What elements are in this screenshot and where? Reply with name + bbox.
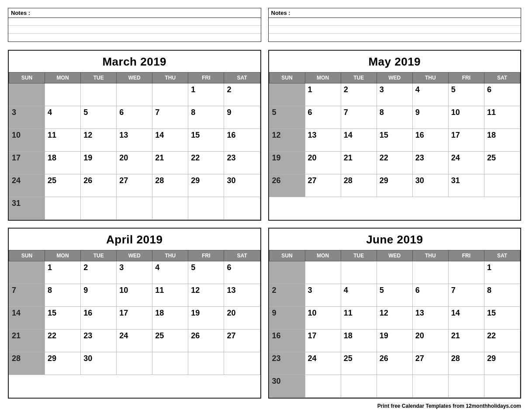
day-cell: 6 (117, 106, 152, 129)
day-cell (152, 197, 188, 220)
day-header-fri: FRI (448, 250, 484, 261)
week-row-1: 3456789 (9, 106, 260, 129)
day-cell: 9 (412, 106, 448, 129)
day-cell (448, 375, 484, 398)
day-cell: 7 (448, 284, 484, 307)
day-cell: 26 (269, 174, 305, 197)
day-cell: 14 (152, 129, 188, 152)
week-row-3: 17181920212223 (9, 152, 260, 174)
day-cell: 16 (224, 129, 260, 152)
day-cell: 3 (305, 284, 341, 307)
day-cell: 30 (412, 174, 448, 197)
day-cell: 23 (81, 330, 117, 352)
day-cell: 8 (484, 284, 520, 307)
day-cell: 31 (448, 174, 484, 197)
day-header-wed: WED (377, 250, 412, 261)
day-cell: 15 (484, 307, 520, 330)
day-header-mon: MON (45, 73, 81, 83)
day-header-tue: TUE (81, 250, 117, 261)
day-header-mon: MON (45, 250, 81, 261)
day-cell (412, 261, 448, 284)
day-cell: 21 (9, 330, 45, 352)
day-header-thu: THU (412, 250, 448, 261)
footer: Print free Calendar Templates from 12mon… (8, 403, 521, 409)
day-cell: 20 (224, 307, 260, 330)
day-cell (45, 197, 81, 220)
day-cell: 29 (188, 174, 224, 197)
day-cell: 25 (45, 174, 81, 197)
day-header-sat: SAT (484, 73, 520, 83)
day-cell (305, 261, 341, 284)
day-cell: 17 (448, 129, 484, 152)
day-cell: 18 (341, 330, 377, 352)
notes-line-3 (8, 34, 261, 42)
notes-box-right: Notes : (268, 8, 522, 42)
day-cell (341, 261, 377, 284)
day-cell: 2 (224, 83, 260, 106)
day-header-wed: WED (117, 73, 152, 83)
calendar-table-june-2019: SUNMONTUEWEDTHUFRISAT1234567891011121314… (269, 250, 521, 398)
day-cell: 16 (412, 129, 448, 152)
day-cell: 11 (152, 284, 188, 307)
day-cell: 3 (117, 261, 152, 284)
day-cell: 14 (9, 307, 45, 330)
day-cell: 2 (269, 284, 305, 307)
notes-line-6 (269, 34, 521, 42)
week-row-5: 31 (9, 197, 260, 220)
day-cell: 2 (341, 83, 377, 106)
day-cell: 19 (377, 330, 412, 352)
week-row-0: 12 (9, 83, 260, 106)
week-row-3: 16171819202122 (269, 330, 520, 352)
day-cell: 29 (377, 174, 412, 197)
day-cell: 22 (377, 152, 412, 174)
day-header-tue: TUE (81, 73, 117, 83)
day-cell: 13 (412, 307, 448, 330)
week-row-1: 78910111213 (9, 284, 260, 307)
week-row-4: 282930 (9, 352, 260, 375)
top-notes-section: Notes : Notes : (8, 8, 521, 42)
day-cell (224, 197, 260, 220)
day-cell: 12 (269, 129, 305, 152)
calendar-march-2019: March 2019SUNMONTUEWEDTHUFRISAT123456789… (8, 50, 261, 221)
day-cell: 26 (377, 352, 412, 375)
calendar-table-may-2019: SUNMONTUEWEDTHUFRISAT1234565678910111213… (269, 72, 521, 197)
day-cell (269, 261, 305, 284)
day-cell: 12 (377, 307, 412, 330)
day-cell (117, 197, 152, 220)
calendar-may-2019: May 2019SUNMONTUEWEDTHUFRISAT12345656789… (268, 50, 522, 221)
day-cell: 16 (269, 330, 305, 352)
day-cell: 8 (377, 106, 412, 129)
day-header-fri: FRI (448, 73, 484, 83)
notes-box-left: Notes : (8, 8, 261, 42)
day-cell: 13 (224, 284, 260, 307)
day-cell: 6 (412, 284, 448, 307)
day-cell: 12 (81, 129, 117, 152)
week-row-3: 21222324252627 (9, 330, 260, 352)
day-cell: 17 (305, 330, 341, 352)
day-cell: 24 (305, 352, 341, 375)
day-cell: 28 (9, 352, 45, 375)
day-cell: 27 (224, 330, 260, 352)
day-cell (152, 83, 188, 106)
day-cell: 11 (341, 307, 377, 330)
day-cell: 11 (45, 129, 81, 152)
week-row-2: 12131415161718 (269, 129, 520, 152)
day-cell: 26 (188, 330, 224, 352)
day-cell: 29 (45, 352, 81, 375)
day-cell: 24 (9, 174, 45, 197)
day-cell: 31 (9, 197, 45, 220)
footer-link: 12monthholidays.com (466, 403, 521, 409)
day-cell: 18 (484, 129, 520, 152)
day-cell: 3 (377, 83, 412, 106)
day-cell: 30 (224, 174, 260, 197)
day-cell: 5 (377, 284, 412, 307)
week-row-0: 1 (269, 261, 520, 284)
day-cell: 17 (9, 152, 45, 174)
day-cell: 15 (377, 129, 412, 152)
day-cell: 23 (269, 352, 305, 375)
notes-line-5 (269, 26, 521, 34)
day-cell: 27 (117, 174, 152, 197)
day-cell: 1 (45, 261, 81, 284)
day-header-mon: MON (305, 73, 341, 83)
day-cell: 24 (117, 330, 152, 352)
